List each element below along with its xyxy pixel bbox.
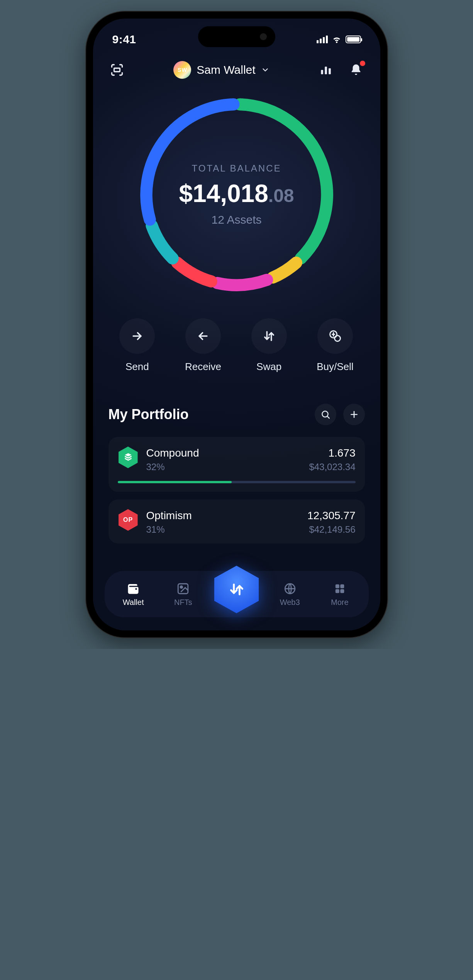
asset-card-compound[interactable]: Compound 32% 1.673 $43,023.34 xyxy=(109,437,365,492)
grid-icon xyxy=(333,582,347,596)
asset-amount: 1.673 xyxy=(309,447,355,459)
svg-rect-18 xyxy=(340,589,344,593)
bottom-nav: Wallet NFTs Web3 More xyxy=(105,571,369,617)
wallet-selector[interactable]: SW Sam Wallet xyxy=(173,61,269,79)
asset-usd-value: $42,149.56 xyxy=(307,524,356,535)
action-label: Send xyxy=(125,361,149,373)
nav-center-swap-button[interactable] xyxy=(212,565,261,614)
app-screen: 9:41 SW Sam Wallet xyxy=(93,19,380,630)
asset-name: Compound xyxy=(146,447,302,459)
chevron-down-icon xyxy=(261,66,270,74)
asset-progress-bar xyxy=(118,481,356,483)
svg-rect-1 xyxy=(321,70,324,74)
portfolio-section: My Portfolio Compound xyxy=(93,384,380,544)
nav-label: Wallet xyxy=(123,598,144,607)
receive-button[interactable]: Receive xyxy=(185,318,221,373)
svg-rect-0 xyxy=(114,68,120,72)
wallet-name: Sam Wallet xyxy=(197,63,255,76)
action-label: Receive xyxy=(185,361,221,373)
plus-icon xyxy=(349,409,359,420)
nav-more[interactable]: More xyxy=(319,582,361,607)
send-button[interactable]: Send xyxy=(119,318,155,373)
asset-percent: 32% xyxy=(146,462,302,472)
asset-percent: 31% xyxy=(146,524,300,535)
add-asset-button[interactable] xyxy=(343,404,365,425)
image-icon xyxy=(176,582,190,596)
portfolio-title: My Portfolio xyxy=(109,406,189,423)
nav-web3[interactable]: Web3 xyxy=(269,582,311,607)
svg-rect-3 xyxy=(329,68,331,75)
phone-frame: 9:41 SW Sam Wallet xyxy=(86,12,387,637)
stats-icon[interactable] xyxy=(317,61,334,78)
arrow-right-icon xyxy=(119,318,155,354)
wallet-avatar: SW xyxy=(173,61,191,79)
status-time: 9:41 xyxy=(112,33,136,46)
asset-card-optimism[interactable]: OP Optimism 31% 12,305.77 $42,149.56 xyxy=(109,499,365,544)
balance-label: TOTAL BALANCE xyxy=(192,163,281,174)
nav-nfts[interactable]: NFTs xyxy=(162,582,204,607)
buy-sell-button[interactable]: Buy/Sell xyxy=(317,318,353,373)
svg-point-7 xyxy=(334,336,340,341)
notifications-icon[interactable] xyxy=(348,61,364,78)
status-icons xyxy=(317,36,361,43)
battery-icon xyxy=(346,36,361,43)
swap-icon xyxy=(228,581,245,598)
assets-count: 12 Assets xyxy=(211,213,261,226)
svg-rect-17 xyxy=(336,589,339,593)
device-notch xyxy=(198,26,275,47)
svg-rect-16 xyxy=(340,584,344,588)
arrow-left-icon xyxy=(185,318,221,354)
nav-wallet[interactable]: Wallet xyxy=(112,582,154,607)
asset-amount: 12,305.77 xyxy=(307,510,356,522)
balance-currency: $ xyxy=(179,179,193,208)
donut-center: TOTAL BALANCE $14,018.08 12 Assets xyxy=(132,90,341,299)
asset-usd-value: $43,023.34 xyxy=(309,462,355,472)
nav-label: NFTs xyxy=(174,598,192,607)
swap-button[interactable]: Swap xyxy=(251,318,287,373)
search-icon xyxy=(320,409,331,420)
svg-line-9 xyxy=(327,416,329,418)
balance-whole: 14,018 xyxy=(193,179,268,208)
coins-icon xyxy=(317,318,353,354)
wallet-icon xyxy=(126,582,140,596)
nav-label: Web3 xyxy=(280,598,300,607)
app-header: SW Sam Wallet xyxy=(93,49,380,83)
action-label: Buy/Sell xyxy=(317,361,353,373)
asset-name: Optimism xyxy=(146,510,300,522)
action-label: Swap xyxy=(256,361,281,373)
svg-point-13 xyxy=(180,586,183,588)
nav-label: More xyxy=(331,598,349,607)
balance-donut-chart: TOTAL BALANCE $14,018.08 12 Assets xyxy=(132,90,341,299)
optimism-icon: OP xyxy=(118,510,139,530)
portfolio-header: My Portfolio xyxy=(109,404,365,425)
swap-icon xyxy=(251,318,287,354)
globe-icon xyxy=(283,582,297,596)
balance-value: $14,018.08 xyxy=(179,179,294,208)
wifi-icon xyxy=(332,36,342,43)
svg-rect-15 xyxy=(336,584,339,588)
scan-icon[interactable] xyxy=(109,61,125,78)
search-button[interactable] xyxy=(315,404,336,425)
svg-rect-2 xyxy=(325,67,327,75)
compound-icon xyxy=(118,447,139,468)
quick-actions: Send Receive Swap Buy/Sell xyxy=(93,299,380,384)
cellular-icon xyxy=(317,36,328,43)
balance-cents: .08 xyxy=(268,185,294,206)
